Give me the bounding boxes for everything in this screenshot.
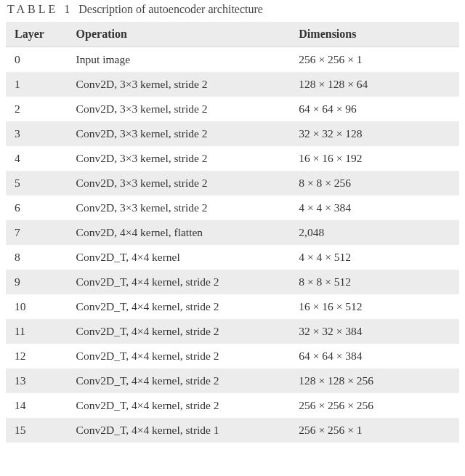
cell-layer: 0 [6,47,68,73]
cell-layer: 15 [6,418,68,443]
cell-layer: 8 [6,245,68,270]
cell-layer: 7 [6,220,68,245]
table-row: 10Conv2D_T, 4×4 kernel, stride 216 × 16 … [6,294,459,319]
cell-layer: 11 [6,319,68,344]
cell-operation: Input image [68,47,291,73]
table-row: 8Conv2D_T, 4×4 kernel4 × 4 × 512 [6,245,459,270]
cell-dimensions: 4 × 4 × 512 [290,245,459,270]
cell-layer: 10 [6,294,68,319]
table-caption-text: Description of autoencoder architecture [78,3,263,15]
table-caption: TABLE 1 Description of autoencoder archi… [6,3,459,22]
cell-dimensions: 128 × 128 × 64 [290,72,459,97]
table-row: 0Input image256 × 256 × 1 [6,47,459,73]
cell-dimensions: 64 × 64 × 384 [290,344,459,368]
cell-dimensions: 32 × 32 × 384 [290,319,459,344]
cell-operation: Conv2D, 3×3 kernel, stride 2 [68,72,291,97]
table-row: 4Conv2D, 3×3 kernel, stride 216 × 16 × 1… [6,146,459,171]
cell-dimensions: 256 × 256 × 256 [290,393,459,418]
cell-dimensions: 64 × 64 × 96 [290,97,459,121]
table-label: TABLE 1 [7,3,73,15]
cell-operation: Conv2D, 4×4 kernel, flatten [68,220,291,245]
cell-layer: 1 [6,72,68,97]
cell-dimensions: 256 × 256 × 1 [290,418,459,443]
table-row: 2Conv2D, 3×3 kernel, stride 264 × 64 × 9… [6,97,459,121]
cell-operation: Conv2D_T, 4×4 kernel, stride 2 [68,368,291,393]
architecture-table: Layer Operation Dimensions 0Input image2… [6,22,459,443]
cell-layer: 6 [6,195,68,220]
table-row: 13Conv2D_T, 4×4 kernel, stride 2128 × 12… [6,368,459,393]
cell-operation: Conv2D, 3×3 kernel, stride 2 [68,195,291,220]
cell-operation: Conv2D_T, 4×4 kernel, stride 2 [68,270,291,294]
cell-dimensions: 16 × 16 × 192 [290,146,459,171]
table-row: 6Conv2D, 3×3 kernel, stride 24 × 4 × 384 [6,195,459,220]
table-header-row: Layer Operation Dimensions [6,22,459,47]
cell-operation: Conv2D_T, 4×4 kernel [68,245,291,270]
table-row: 3Conv2D, 3×3 kernel, stride 232 × 32 × 1… [6,121,459,146]
cell-layer: 14 [6,393,68,418]
cell-dimensions: 128 × 128 × 256 [290,368,459,393]
cell-dimensions: 4 × 4 × 384 [290,195,459,220]
cell-operation: Conv2D_T, 4×4 kernel, stride 2 [68,344,291,368]
table-row: 11Conv2D_T, 4×4 kernel, stride 232 × 32 … [6,319,459,344]
column-header-operation: Operation [68,22,291,47]
cell-dimensions: 256 × 256 × 1 [290,47,459,73]
cell-operation: Conv2D, 3×3 kernel, stride 2 [68,121,291,146]
table-row: 7Conv2D, 4×4 kernel, flatten2,048 [6,220,459,245]
cell-layer: 9 [6,270,68,294]
cell-dimensions: 16 × 16 × 512 [290,294,459,319]
cell-dimensions: 8 × 8 × 512 [290,270,459,294]
table-row: 15Conv2D_T, 4×4 kernel, stride 1256 × 25… [6,418,459,443]
cell-operation: Conv2D_T, 4×4 kernel, stride 2 [68,319,291,344]
table-body: 0Input image256 × 256 × 11Conv2D, 3×3 ke… [6,47,459,443]
cell-operation: Conv2D, 3×3 kernel, stride 2 [68,146,291,171]
cell-operation: Conv2D_T, 4×4 kernel, stride 2 [68,294,291,319]
cell-operation: Conv2D, 3×3 kernel, stride 2 [68,171,291,195]
cell-dimensions: 2,048 [290,220,459,245]
column-header-layer: Layer [6,22,68,47]
table-row: 9Conv2D_T, 4×4 kernel, stride 28 × 8 × 5… [6,270,459,294]
cell-layer: 12 [6,344,68,368]
cell-dimensions: 32 × 32 × 128 [290,121,459,146]
column-header-dimensions: Dimensions [290,22,459,47]
cell-layer: 3 [6,121,68,146]
table-row: 1Conv2D, 3×3 kernel, stride 2128 × 128 ×… [6,72,459,97]
cell-operation: Conv2D_T, 4×4 kernel, stride 2 [68,393,291,418]
table-row: 5Conv2D, 3×3 kernel, stride 28 × 8 × 256 [6,171,459,195]
cell-operation: Conv2D, 3×3 kernel, stride 2 [68,97,291,121]
cell-layer: 5 [6,171,68,195]
table-row: 14Conv2D_T, 4×4 kernel, stride 2256 × 25… [6,393,459,418]
cell-layer: 2 [6,97,68,121]
cell-operation: Conv2D_T, 4×4 kernel, stride 1 [68,418,291,443]
cell-layer: 4 [6,146,68,171]
cell-dimensions: 8 × 8 × 256 [290,171,459,195]
cell-layer: 13 [6,368,68,393]
table-row: 12Conv2D_T, 4×4 kernel, stride 264 × 64 … [6,344,459,368]
